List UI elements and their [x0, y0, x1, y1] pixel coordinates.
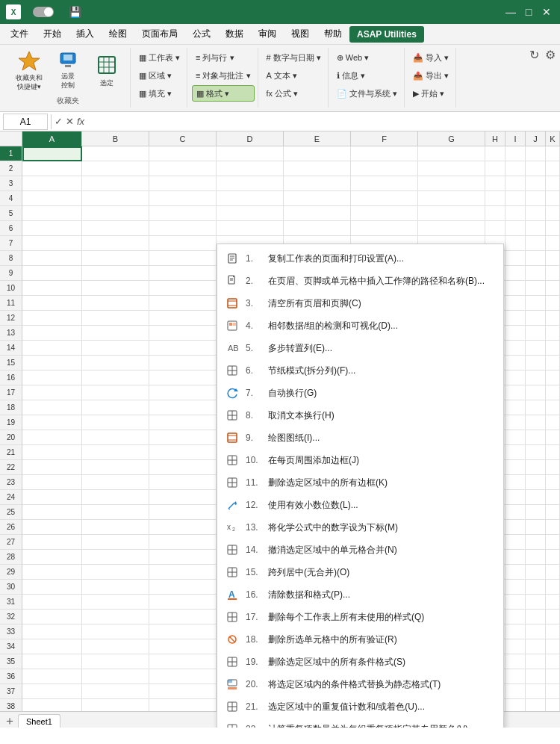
dropdown-item-11[interactable]: 11.删除选定区域中的所有边框(K): [217, 471, 503, 494]
dropdown-item-22[interactable]: 22.计算重复项数量并为每组重复项指定其专用颜色(V): [217, 718, 503, 728]
cell-E6[interactable]: [284, 221, 351, 236]
cell-K37[interactable]: [546, 684, 560, 699]
cell-K2[interactable]: [546, 161, 560, 176]
ribbon-btn-fill[interactable]: ▦ 填充 ▾: [135, 85, 184, 102]
cell-A17[interactable]: [22, 385, 82, 400]
ribbon-btn-area[interactable]: ▦ 区域 ▾: [135, 67, 184, 84]
cell-A6[interactable]: [22, 221, 82, 236]
col-header-E[interactable]: E: [284, 131, 351, 146]
cell-J6[interactable]: [526, 221, 546, 236]
cell-K27[interactable]: [546, 535, 560, 550]
cell-H6[interactable]: [485, 221, 505, 236]
cell-A8[interactable]: [22, 251, 82, 266]
cell-C10[interactable]: [149, 281, 217, 296]
cell-H5[interactable]: [485, 206, 505, 221]
dropdown-item-21[interactable]: 21.选定区域中的重复值计数和/或着色(U)...: [217, 695, 503, 718]
cell-E2[interactable]: [284, 161, 351, 176]
dropdown-item-19[interactable]: 19.删除选定区域中的所有条件格式(S): [217, 651, 503, 673]
cell-A30[interactable]: [22, 580, 82, 595]
cell-J18[interactable]: [526, 400, 546, 415]
cell-A19[interactable]: [22, 415, 82, 430]
cell-A20[interactable]: [22, 430, 82, 445]
cell-A13[interactable]: [22, 326, 82, 341]
cell-C16[interactable]: [149, 371, 217, 385]
cell-B14[interactable]: [82, 341, 149, 356]
cell-I6[interactable]: [505, 221, 526, 236]
cell-I4[interactable]: [505, 191, 526, 206]
cell-C4[interactable]: [149, 191, 217, 206]
col-header-K[interactable]: K: [546, 131, 560, 146]
cell-J17[interactable]: [526, 385, 546, 400]
ribbon-refresh-icon[interactable]: ↻: [529, 48, 539, 62]
cell-B3[interactable]: [82, 176, 149, 191]
cell-K32[interactable]: [546, 610, 560, 624]
ribbon-btn-select[interactable]: 选定: [88, 49, 125, 91]
cancel-formula-icon[interactable]: ✕: [66, 116, 74, 127]
row-num-30[interactable]: 30: [0, 580, 22, 595]
col-header-A[interactable]: A: [22, 131, 82, 146]
cell-K1[interactable]: [546, 146, 560, 161]
cell-B27[interactable]: [82, 535, 149, 550]
cell-J37[interactable]: [526, 684, 546, 699]
ribbon-btn-remote[interactable]: 远景控制: [49, 49, 87, 91]
cell-J28[interactable]: [526, 550, 546, 565]
row-num-32[interactable]: 32: [0, 610, 22, 624]
cell-B29[interactable]: [82, 565, 149, 580]
cell-J7[interactable]: [526, 236, 546, 251]
cell-B7[interactable]: [82, 236, 149, 251]
cell-F4[interactable]: [351, 191, 418, 206]
cell-K35[interactable]: [546, 654, 560, 669]
row-num-37[interactable]: 37: [0, 684, 22, 699]
cell-D3[interactable]: [217, 176, 284, 191]
row-num-10[interactable]: 10: [0, 281, 22, 296]
cell-D5[interactable]: [217, 206, 284, 221]
cell-C28[interactable]: [149, 550, 217, 565]
cell-C2[interactable]: [149, 161, 217, 176]
cell-K11[interactable]: [546, 296, 560, 311]
cell-A32[interactable]: [22, 610, 82, 624]
row-num-1[interactable]: 1: [0, 146, 22, 161]
dropdown-item-16[interactable]: A16.清除数据和格式(P)...: [217, 583, 503, 606]
col-header-I[interactable]: I: [505, 131, 526, 146]
cell-G6[interactable]: [418, 221, 485, 236]
cell-I21[interactable]: [505, 445, 526, 460]
cell-G3[interactable]: [418, 176, 485, 191]
autosave-toggle[interactable]: [33, 7, 54, 17]
cell-I32[interactable]: [505, 610, 526, 624]
cell-A2[interactable]: [22, 161, 82, 176]
cell-J2[interactable]: [526, 161, 546, 176]
dropdown-item-5[interactable]: AB5.多步转置列(E)...: [217, 337, 503, 359]
cell-J4[interactable]: [526, 191, 546, 206]
cell-C20[interactable]: [149, 430, 217, 445]
cell-K8[interactable]: [546, 251, 560, 266]
cell-B17[interactable]: [82, 385, 149, 400]
cell-C24[interactable]: [149, 490, 217, 505]
cell-K17[interactable]: [546, 385, 560, 400]
ribbon-btn-export[interactable]: 📤 导出 ▾: [409, 67, 452, 84]
cell-A10[interactable]: [22, 281, 82, 296]
ribbon-btn-rows-cols[interactable]: ≡ 列与行 ▾: [192, 49, 254, 66]
cell-B23[interactable]: [82, 475, 149, 490]
cell-J14[interactable]: [526, 341, 546, 356]
cell-K22[interactable]: [546, 460, 560, 475]
row-num-34[interactable]: 34: [0, 639, 22, 654]
row-num-4[interactable]: 4: [0, 191, 22, 206]
cell-K6[interactable]: [546, 221, 560, 236]
cell-I9[interactable]: [505, 266, 526, 281]
check-icon[interactable]: ✓: [55, 116, 63, 127]
dropdown-item-18[interactable]: 18.删除所选单元格中的所有验证(R): [217, 628, 503, 651]
maximize-button[interactable]: □: [521, 4, 536, 19]
cell-G2[interactable]: [418, 161, 485, 176]
cell-J36[interactable]: [526, 669, 546, 684]
cell-K16[interactable]: [546, 371, 560, 385]
cell-B19[interactable]: [82, 415, 149, 430]
cell-I3[interactable]: [505, 176, 526, 191]
cell-I29[interactable]: [505, 565, 526, 580]
fx-icon[interactable]: fx: [77, 116, 84, 127]
cell-I19[interactable]: [505, 415, 526, 430]
cell-J19[interactable]: [526, 415, 546, 430]
cell-I22[interactable]: [505, 460, 526, 475]
cell-J35[interactable]: [526, 654, 546, 669]
cell-K10[interactable]: [546, 281, 560, 296]
cell-B26[interactable]: [82, 520, 149, 535]
